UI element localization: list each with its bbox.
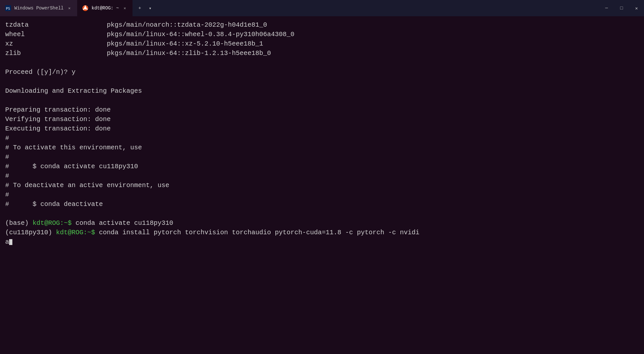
dropdown-button[interactable]: ▾ — [146, 4, 155, 13]
line-prompt1: (base) kdt@ROG:~$ conda activate cu118py… — [5, 218, 639, 228]
add-tab-button[interactable]: + — [135, 4, 144, 13]
titlebar: PS Windows PowerShell ✕ kdt@ROG: ~ ✕ + ▾… — [0, 0, 644, 16]
line-comment4: # $ conda activate cu118py310 — [5, 162, 639, 171]
close-button[interactable]: ✕ — [629, 0, 644, 16]
cursor — [9, 239, 12, 245]
line-downloading: Downloading and Extracting Packages — [5, 86, 639, 96]
tab-powershell-label: Windows PowerShell — [14, 6, 63, 11]
svg-point-4 — [85, 6, 86, 7]
line-comment2: # To activate this environment, use — [5, 143, 639, 152]
line-comment6: # To deactivate an active environment, u… — [5, 181, 639, 190]
line-comment7: # — [5, 190, 639, 199]
line-comment1: # — [5, 133, 639, 143]
line-comment3: # — [5, 152, 639, 162]
line-prompt2: (cu118py310) kdt@ROG:~$ conda install py… — [5, 228, 639, 237]
line-verifying: Verifying transaction: done — [5, 115, 639, 124]
svg-point-3 — [84, 7, 87, 9]
svg-text:PS: PS — [6, 7, 10, 11]
line-continuation: a — [5, 237, 639, 247]
line-comment5: # — [5, 171, 639, 181]
line-comment8: # $ conda deactivate — [5, 199, 639, 209]
tab-rog[interactable]: kdt@ROG: ~ ✕ — [77, 0, 133, 16]
terminal: tzdata pkgs/main/noarch::tzdata-2022g-h0… — [0, 16, 644, 354]
ubuntu-icon — [82, 5, 88, 11]
minimize-button[interactable]: ─ — [599, 0, 614, 16]
titlebar-actions: + ▾ — [135, 4, 155, 13]
line-preparing: Preparing transaction: done — [5, 105, 639, 115]
line-wheel: wheel pkgs/main/linux-64::wheel-0.38.4-p… — [5, 30, 639, 39]
tab-rog-label: kdt@ROG: ~ — [91, 6, 119, 11]
line-proceed: Proceed ([y]/n)? y — [5, 67, 639, 77]
line-blank2 — [5, 77, 639, 86]
line-blank1 — [5, 58, 639, 67]
line-zlib: zlib pkgs/main/linux-64::zlib-1.2.13-h5e… — [5, 48, 639, 58]
tab-powershell-close[interactable]: ✕ — [67, 6, 72, 11]
powershell-icon: PS — [5, 5, 11, 11]
line-xz: xz pkgs/main/linux-64::xz-5.2.10-h5eee18… — [5, 39, 639, 48]
line-executing: Executing transaction: done — [5, 124, 639, 133]
line-blank4 — [5, 209, 639, 218]
svg-point-6 — [83, 8, 84, 10]
line-blank3 — [5, 96, 639, 105]
line-tzdata: tzdata pkgs/main/noarch::tzdata-2022g-h0… — [5, 20, 639, 30]
tab-powershell[interactable]: PS Windows PowerShell ✕ — [0, 0, 77, 16]
tab-rog-close[interactable]: ✕ — [122, 6, 127, 11]
window-controls: ─ □ ✕ — [599, 0, 644, 16]
maximize-button[interactable]: □ — [614, 0, 629, 16]
svg-point-5 — [86, 8, 88, 10]
